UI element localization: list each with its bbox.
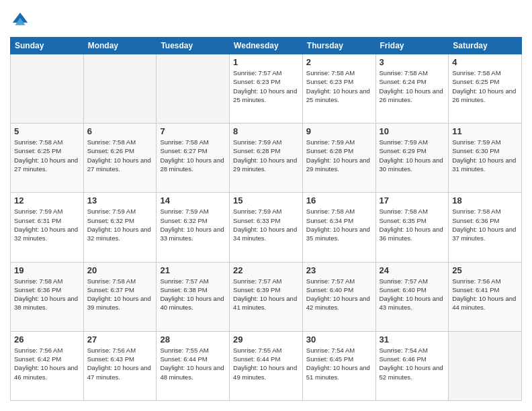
day-info: Sunrise: 7:59 AMSunset: 6:29 PMDaylight:…: [380, 138, 445, 173]
page: SundayMondayTuesdayWednesdayThursdayFrid…: [0, 0, 532, 411]
day-number: 16: [306, 195, 372, 205]
calendar-cell: 30Sunrise: 7:54 AMSunset: 6:45 PMDayligh…: [302, 331, 375, 400]
calendar-cell: 18Sunrise: 7:58 AMSunset: 6:36 PMDayligh…: [449, 193, 522, 262]
day-number: 11: [452, 126, 518, 136]
weekday-header: Thursday: [302, 38, 375, 54]
day-number: 20: [87, 265, 153, 275]
day-number: 25: [452, 265, 518, 275]
header: [10, 10, 522, 30]
day-info: Sunrise: 7:55 AMSunset: 6:44 PMDaylight:…: [160, 346, 226, 381]
calendar-cell: 14Sunrise: 7:59 AMSunset: 6:32 PMDayligh…: [157, 193, 230, 262]
day-number: 4: [452, 57, 518, 67]
day-info: Sunrise: 7:57 AMSunset: 6:38 PMDaylight:…: [160, 277, 226, 312]
day-number: 17: [380, 195, 445, 205]
calendar-cell: 21Sunrise: 7:57 AMSunset: 6:38 PMDayligh…: [157, 262, 230, 331]
day-number: 29: [233, 334, 299, 345]
day-number: 26: [14, 334, 80, 345]
day-info: Sunrise: 7:58 AMSunset: 6:35 PMDaylight:…: [380, 207, 445, 242]
day-info: Sunrise: 7:59 AMSunset: 6:31 PMDaylight:…: [14, 207, 80, 242]
weekday-header: Monday: [83, 38, 157, 54]
calendar-cell: 25Sunrise: 7:56 AMSunset: 6:41 PMDayligh…: [449, 262, 522, 331]
day-info: Sunrise: 7:59 AMSunset: 6:28 PMDaylight:…: [306, 138, 372, 173]
day-info: Sunrise: 7:57 AMSunset: 6:40 PMDaylight:…: [306, 277, 372, 312]
day-number: 19: [14, 265, 80, 275]
calendar-week-row: 12Sunrise: 7:59 AMSunset: 6:31 PMDayligh…: [11, 193, 522, 262]
weekday-header: Saturday: [449, 38, 522, 54]
calendar-cell: 31Sunrise: 7:54 AMSunset: 6:46 PMDayligh…: [375, 331, 449, 400]
day-info: Sunrise: 7:58 AMSunset: 6:23 PMDaylight:…: [306, 68, 372, 104]
calendar-cell: 24Sunrise: 7:57 AMSunset: 6:40 PMDayligh…: [375, 262, 449, 331]
calendar-cell: 9Sunrise: 7:59 AMSunset: 6:28 PMDaylight…: [302, 124, 375, 193]
calendar-cell: 3Sunrise: 7:58 AMSunset: 6:24 PMDaylight…: [375, 54, 449, 124]
calendar-cell: 6Sunrise: 7:58 AMSunset: 6:26 PMDaylight…: [83, 124, 157, 193]
calendar-cell: 22Sunrise: 7:57 AMSunset: 6:39 PMDayligh…: [230, 262, 303, 331]
day-number: 18: [452, 195, 518, 205]
day-number: 21: [160, 265, 226, 275]
calendar-cell: 10Sunrise: 7:59 AMSunset: 6:29 PMDayligh…: [375, 124, 449, 193]
day-number: 14: [160, 195, 226, 205]
calendar-cell: 11Sunrise: 7:59 AMSunset: 6:30 PMDayligh…: [449, 124, 522, 193]
calendar-cell: 29Sunrise: 7:55 AMSunset: 6:44 PMDayligh…: [230, 331, 303, 400]
calendar-cell: 23Sunrise: 7:57 AMSunset: 6:40 PMDayligh…: [302, 262, 375, 331]
calendar-week-row: 1Sunrise: 7:57 AMSunset: 6:23 PMDaylight…: [11, 54, 522, 124]
day-number: 15: [233, 195, 299, 205]
logo-icon: [10, 10, 30, 30]
calendar-week-row: 19Sunrise: 7:58 AMSunset: 6:36 PMDayligh…: [11, 262, 522, 331]
day-info: Sunrise: 7:58 AMSunset: 6:36 PMDaylight:…: [14, 277, 80, 312]
day-number: 9: [306, 126, 372, 136]
calendar-cell: 4Sunrise: 7:58 AMSunset: 6:25 PMDaylight…: [449, 54, 522, 124]
weekday-header: Tuesday: [157, 38, 230, 54]
calendar-cell: 12Sunrise: 7:59 AMSunset: 6:31 PMDayligh…: [11, 193, 84, 262]
day-info: Sunrise: 7:58 AMSunset: 6:36 PMDaylight:…: [452, 207, 518, 242]
calendar-cell: [11, 54, 84, 124]
logo: [10, 10, 33, 30]
calendar-cell: 27Sunrise: 7:56 AMSunset: 6:43 PMDayligh…: [83, 331, 157, 400]
day-number: 7: [160, 126, 226, 136]
day-number: 6: [87, 126, 153, 136]
day-number: 30: [306, 334, 372, 345]
calendar-cell: 16Sunrise: 7:58 AMSunset: 6:34 PMDayligh…: [302, 193, 375, 262]
day-info: Sunrise: 7:54 AMSunset: 6:45 PMDaylight:…: [306, 346, 372, 381]
day-number: 27: [87, 334, 153, 345]
day-info: Sunrise: 7:59 AMSunset: 6:30 PMDaylight:…: [452, 138, 518, 173]
calendar-cell: 5Sunrise: 7:58 AMSunset: 6:25 PMDaylight…: [11, 124, 84, 193]
day-number: 3: [380, 57, 445, 67]
calendar-cell: 17Sunrise: 7:58 AMSunset: 6:35 PMDayligh…: [375, 193, 449, 262]
calendar-cell: 8Sunrise: 7:59 AMSunset: 6:28 PMDaylight…: [230, 124, 303, 193]
day-info: Sunrise: 7:56 AMSunset: 6:43 PMDaylight:…: [87, 346, 153, 381]
day-number: 23: [306, 265, 372, 275]
day-number: 5: [14, 126, 80, 136]
day-info: Sunrise: 7:58 AMSunset: 6:27 PMDaylight:…: [160, 138, 226, 173]
day-info: Sunrise: 7:57 AMSunset: 6:40 PMDaylight:…: [380, 277, 445, 312]
day-info: Sunrise: 7:59 AMSunset: 6:28 PMDaylight:…: [233, 138, 299, 173]
day-info: Sunrise: 7:58 AMSunset: 6:37 PMDaylight:…: [87, 277, 153, 312]
day-info: Sunrise: 7:58 AMSunset: 6:24 PMDaylight:…: [380, 68, 445, 104]
day-number: 13: [87, 195, 153, 205]
day-number: 24: [380, 265, 445, 275]
day-info: Sunrise: 7:54 AMSunset: 6:46 PMDaylight:…: [380, 346, 445, 381]
day-info: Sunrise: 7:58 AMSunset: 6:34 PMDaylight:…: [306, 207, 372, 242]
calendar-cell: 7Sunrise: 7:58 AMSunset: 6:27 PMDaylight…: [157, 124, 230, 193]
calendar-week-row: 26Sunrise: 7:56 AMSunset: 6:42 PMDayligh…: [11, 331, 522, 400]
calendar-cell: 19Sunrise: 7:58 AMSunset: 6:36 PMDayligh…: [11, 262, 84, 331]
calendar-cell: 13Sunrise: 7:59 AMSunset: 6:32 PMDayligh…: [83, 193, 157, 262]
day-number: 1: [233, 57, 299, 67]
day-number: 10: [380, 126, 445, 136]
calendar-cell: 2Sunrise: 7:58 AMSunset: 6:23 PMDaylight…: [302, 54, 375, 124]
calendar-cell: [83, 54, 157, 124]
day-info: Sunrise: 7:58 AMSunset: 6:26 PMDaylight:…: [87, 138, 153, 173]
calendar-cell: [157, 54, 230, 124]
day-number: 22: [233, 265, 299, 275]
calendar-cell: 20Sunrise: 7:58 AMSunset: 6:37 PMDayligh…: [83, 262, 157, 331]
calendar-cell: 15Sunrise: 7:59 AMSunset: 6:33 PMDayligh…: [230, 193, 303, 262]
day-info: Sunrise: 7:59 AMSunset: 6:33 PMDaylight:…: [233, 207, 299, 242]
calendar-cell: 26Sunrise: 7:56 AMSunset: 6:42 PMDayligh…: [11, 331, 84, 400]
weekday-header-row: SundayMondayTuesdayWednesdayThursdayFrid…: [11, 38, 522, 54]
weekday-header: Friday: [375, 38, 449, 54]
calendar-table: SundayMondayTuesdayWednesdayThursdayFrid…: [10, 37, 522, 401]
day-info: Sunrise: 7:56 AMSunset: 6:42 PMDaylight:…: [14, 346, 80, 381]
weekday-header: Wednesday: [230, 38, 303, 54]
day-info: Sunrise: 7:59 AMSunset: 6:32 PMDaylight:…: [160, 207, 226, 242]
calendar-week-row: 5Sunrise: 7:58 AMSunset: 6:25 PMDaylight…: [11, 124, 522, 193]
day-info: Sunrise: 7:57 AMSunset: 6:39 PMDaylight:…: [233, 277, 299, 312]
